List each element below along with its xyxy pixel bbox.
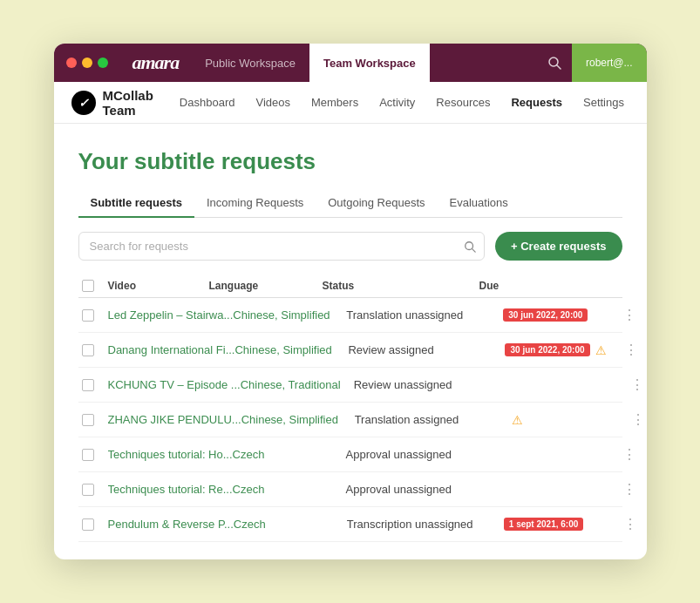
row-2-language[interactable]: Chinese, Simplified [234,343,348,356]
nav-requests[interactable]: Requests [502,91,571,114]
row-5-checkbox[interactable] [82,449,94,461]
row-3-language[interactable]: Chinese, Traditional [241,378,354,391]
maximize-button[interactable] [98,58,108,68]
table-row: KCHUNG TV – Episode ... Chinese, Traditi… [78,368,622,403]
close-button[interactable] [66,58,77,68]
row-5-more[interactable]: ⋮ [616,446,642,463]
table-header: Video Language Status Due [78,274,622,298]
public-workspace-tab[interactable]: Public Workspace [191,44,309,82]
row-7-language[interactable]: Czech [234,518,347,531]
row-5-status: Approval unassigned [346,448,503,461]
row-2-more[interactable]: ⋮ [618,342,644,358]
row-2-checkbox[interactable] [82,344,94,356]
team-logo: ✓ [71,91,96,115]
nav-resources[interactable]: Resources [427,91,499,114]
tab-incoming-requests[interactable]: Incoming Requests [194,189,316,218]
col-video: Video [108,280,209,292]
svg-line-1 [557,65,561,69]
search-icon[interactable] [537,56,572,70]
traffic-lights [54,58,120,68]
minimize-button[interactable] [82,58,92,68]
table-row: Pendulum & Reverse P... Czech Transcript… [78,507,622,542]
select-all-checkbox[interactable] [82,280,94,292]
row-3-status: Review unassigned [354,378,511,391]
row-5-language[interactable]: Czech [233,448,346,461]
search-wrap [78,232,486,261]
video-link[interactable]: Pendulum & Reverse P... [108,518,234,531]
row-2-video: Danang International Fi... [108,343,235,356]
due-badge: 30 jun 2022, 20:00 [505,343,589,356]
row-7-checkbox[interactable] [82,518,94,531]
row-checkbox [82,518,108,531]
row-4-status: Translation assigned [355,413,512,426]
row-7-due: 1 sept 2021, 6:00 [504,518,617,531]
row-4-more[interactable]: ⋮ [625,411,647,428]
nav-dashboard[interactable]: Dashboard [171,91,244,114]
row-6-language[interactable]: Czech [233,483,346,496]
title-bar: amara Public Workspace Team Workspace ro… [54,44,647,82]
row-4-language[interactable]: Chinese, Simplified [241,413,355,426]
tab-evaluations[interactable]: Evaluations [438,189,520,218]
nav-settings[interactable]: Settings [574,91,633,114]
row-1-status: Translation unassigned [346,308,503,322]
tab-outgoing-requests[interactable]: Outgoing Requests [316,189,437,218]
video-link[interactable]: Led Zeppelin – Stairwa... [108,308,234,322]
search-input[interactable] [78,232,486,261]
svg-line-3 [472,248,476,252]
col-due: Due [479,280,593,292]
row-1-video: Led Zeppelin – Stairwa... [108,308,234,322]
user-menu[interactable]: robert@... [572,44,647,82]
amara-logo-text: amara [133,51,180,74]
amara-logo: amara [120,51,192,74]
row-4-due: ⚠ [512,413,625,427]
row-6-more[interactable]: ⋮ [616,481,642,498]
row-checkbox [82,344,108,356]
team-name: MCollab Team [103,88,153,118]
video-link[interactable]: ZHANG JIKE PENDULU... [108,413,241,426]
table-row: Techniques tutorial: Re... Czech Approva… [78,472,622,507]
video-link[interactable]: KCHUNG TV – Episode ... [108,378,241,391]
warning-icon: ⚠ [512,413,523,427]
row-6-video: Techniques tutorial: Re... [108,483,233,496]
row-2-status: Review assigned [348,343,505,356]
nav-members[interactable]: Members [302,91,367,114]
search-create-row: + Create requests [78,232,622,261]
video-link[interactable]: Danang International Fi... [108,343,235,356]
col-status: Status [323,280,479,292]
row-1-checkbox[interactable] [82,309,94,322]
row-2-due: 30 jun 2022, 20:00 ⚠ [505,343,618,357]
nav-videos[interactable]: Videos [247,91,299,114]
row-6-checkbox[interactable] [82,484,94,496]
col-language: Language [209,280,323,292]
row-3-checkbox[interactable] [82,379,94,391]
row-3-more[interactable]: ⋮ [624,376,647,393]
row-1-more[interactable]: ⋮ [616,307,642,323]
row-6-status: Approval unassigned [346,483,503,496]
tab-subtitle-requests[interactable]: Subtitle requests [78,189,194,218]
row-1-language[interactable]: Chinese, Simplified [233,308,346,322]
row-checkbox [82,449,108,461]
row-4-checkbox[interactable] [82,414,94,426]
page-title: Your subtitle requests [78,148,622,175]
table-row: ZHANG JIKE PENDULU... Chinese, Simplifie… [78,403,622,437]
create-requests-button[interactable]: + Create requests [495,232,622,261]
search-button[interactable] [464,241,476,253]
row-5-video: Techniques tutorial: Ho... [108,448,233,461]
due-badge: 1 sept 2021, 6:00 [504,518,584,531]
video-link[interactable]: Techniques tutorial: Re... [108,483,233,496]
row-checkbox [82,379,108,391]
row-checkbox [82,484,108,496]
table-row: Techniques tutorial: Ho... Czech Approva… [78,437,622,472]
nav-activity[interactable]: Activity [370,91,424,114]
row-7-status: Transcription unassigned [347,518,504,531]
warning-icon: ⚠ [595,343,607,357]
row-1-due: 30 jun 2022, 20:00 [503,308,616,322]
row-7-video: Pendulum & Reverse P... [108,518,234,531]
due-badge: 30 jun 2022, 20:00 [503,308,588,322]
row-checkbox [82,414,108,426]
table-row: Led Zeppelin – Stairwa... Chinese, Simpl… [78,298,622,333]
tabs: Subtitle requests Incoming Requests Outg… [78,189,622,218]
team-workspace-tab[interactable]: Team Workspace [309,44,430,82]
row-7-more[interactable]: ⋮ [617,516,643,532]
video-link[interactable]: Techniques tutorial: Ho... [108,448,233,461]
